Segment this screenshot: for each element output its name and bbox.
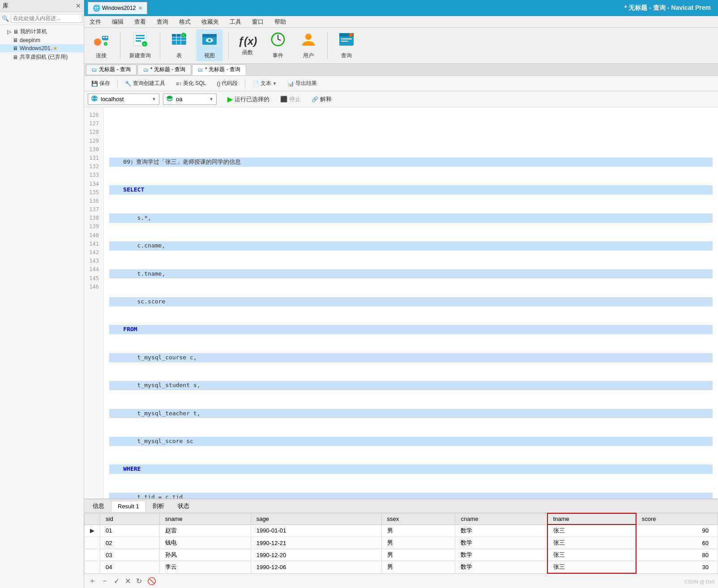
- query-icon: [338, 31, 355, 51]
- window-title: * 无标题 - 查询 - Navicat Prem: [624, 4, 714, 12]
- sidebar-item-label: 共享虚拟机 (已弃用): [20, 53, 68, 61]
- menu-query[interactable]: 查询: [151, 17, 174, 27]
- refresh-button[interactable]: ↻: [135, 576, 143, 586]
- result-tab-status[interactable]: 状态: [171, 500, 196, 512]
- query-tab-2[interactable]: 🗂 * 无标题 - 查询: [137, 64, 192, 75]
- explain-icon: 🔗: [312, 96, 318, 102]
- menu-format[interactable]: 格式: [174, 17, 196, 27]
- svg-line-26: [278, 39, 281, 40]
- menu-view[interactable]: 查看: [129, 17, 151, 27]
- sidebar-item-mycomputer[interactable]: ▷ 🖥 我的计算机: [0, 27, 84, 36]
- sidebar-item-deepinm[interactable]: 🖥 deepinm: [0, 36, 84, 44]
- menu-file[interactable]: 文件: [84, 17, 107, 27]
- user-button[interactable]: 用户: [295, 30, 322, 61]
- query-button[interactable]: 查询: [333, 30, 360, 61]
- result-tab-info[interactable]: 信息: [86, 500, 111, 512]
- new-query-button[interactable]: + 新建查询: [126, 30, 154, 61]
- code-line: WHERE: [109, 464, 713, 474]
- explain-button[interactable]: 🔗 解释: [308, 94, 335, 105]
- result-panel: 信息 Result 1 剖析 状态 sid sname sage ssex cn…: [84, 499, 718, 588]
- result-tab-profile[interactable]: 剖析: [146, 500, 171, 512]
- database-select[interactable]: oa ▼: [163, 94, 217, 105]
- beautify-button[interactable]: ≡↑ 美化 SQL: [172, 79, 209, 88]
- code-line: s.*,: [109, 213, 713, 223]
- menu-window[interactable]: 窗口: [247, 17, 269, 27]
- line-num: 134: [86, 180, 102, 188]
- svg-text:+: +: [182, 33, 184, 37]
- menu-tools[interactable]: 工具: [224, 17, 247, 27]
- result-table-wrap: sid sname sage ssex cname tname score ▶: [84, 513, 718, 574]
- line-num: 143: [86, 257, 102, 265]
- menu-favorites[interactable]: 收藏夹: [196, 17, 224, 27]
- table-button[interactable]: + 表: [166, 30, 192, 61]
- code-line: t_mysql_student s,: [109, 381, 713, 390]
- svg-point-36: [167, 96, 172, 98]
- beautify-label: 美化 SQL: [183, 80, 206, 87]
- menu-help[interactable]: 帮助: [269, 17, 291, 27]
- col-cname: cname: [455, 513, 547, 524]
- function-button[interactable]: ƒ(x) 函数: [234, 33, 261, 58]
- cell-score: 60: [636, 537, 718, 549]
- cell-tname: 张三: [547, 537, 636, 549]
- delete-row-button[interactable]: －: [100, 575, 109, 587]
- cell-sid: 03: [100, 549, 160, 561]
- code-area[interactable]: 09）查询学过「张三」老师授课的同学的信息 SELECT s.*, c.cnam…: [104, 107, 718, 499]
- svg-rect-7: [136, 35, 145, 36]
- sidebar-close-button[interactable]: ✕: [76, 2, 81, 9]
- stop-button[interactable]: ⬛ 停止: [277, 94, 304, 105]
- event-button[interactable]: 事件: [265, 30, 291, 61]
- code-snippet-label: 代码段: [222, 80, 238, 87]
- function-icon: ƒ(x): [238, 35, 257, 47]
- cell-sage: 1990-12-21: [251, 537, 381, 549]
- title-tab-windows2012[interactable]: 🌐 Windows2012 ✕: [88, 2, 147, 14]
- cell-tname: 张三: [547, 524, 636, 537]
- tab-close-button[interactable]: ✕: [138, 5, 142, 11]
- code-line: sc.score: [109, 297, 713, 307]
- query-tab-1[interactable]: 🗂 无标题 - 查询: [86, 64, 137, 75]
- db-bar: localhost ▼ oa ▼ ▶ 运行已选择的 ⬛ 停止: [84, 91, 718, 107]
- export-button[interactable]: 📊 导出结果: [284, 79, 321, 88]
- table-row: 03 孙风 1990-12-20 男 数学 张三 80: [85, 549, 718, 561]
- view-button[interactable]: 视图: [196, 30, 223, 61]
- query-tab-3[interactable]: 🗂 * 无标题 - 查询: [192, 64, 246, 75]
- menubar: 文件 编辑 查看 查询 格式 收藏夹 工具 窗口 帮助: [84, 16, 718, 28]
- line-num: 141: [86, 240, 102, 248]
- stop-load-button[interactable]: 🚫: [146, 576, 157, 586]
- line-num: 130: [86, 145, 102, 154]
- action-bar: 💾 保存 🔧 查询创建工具 ≡↑ 美化 SQL () 代码段 📄 文本 ▼: [84, 76, 718, 91]
- host-select[interactable]: localhost ▼: [88, 94, 159, 105]
- sidebar-item-shared-vm[interactable]: 🖥 共享虚拟机 (已弃用): [0, 52, 84, 62]
- code-snippet-button[interactable]: () 代码段: [213, 79, 241, 88]
- cell-cname: 数学: [455, 524, 547, 537]
- action-separator-2: [245, 79, 245, 88]
- sidebar-item-windows2012[interactable]: 🖥 Windows201. ★: [0, 44, 84, 52]
- result-tab-result1[interactable]: Result 1: [111, 501, 146, 512]
- line-num: 145: [86, 274, 102, 283]
- sidebar-search-input[interactable]: [11, 14, 82, 23]
- add-row-button[interactable]: ＋: [88, 575, 97, 587]
- result-table: sid sname sage ssex cname tname score ▶: [84, 513, 718, 574]
- svg-rect-3: [106, 37, 107, 38]
- run-selected-button[interactable]: ▶ 运行已选择的: [224, 94, 273, 105]
- menu-edit[interactable]: 编辑: [107, 17, 129, 27]
- cancel-row-button[interactable]: ✕: [124, 576, 132, 586]
- line-num: 129: [86, 137, 102, 145]
- svg-point-32: [349, 33, 353, 37]
- build-tool-button[interactable]: 🔧 查询创建工具: [121, 79, 169, 88]
- toolbar: + 连接 + 新建查询: [84, 28, 718, 64]
- result-footer: ＋ － ✓ ✕ ↻ 🚫: [84, 574, 718, 588]
- svg-rect-9: [136, 40, 141, 42]
- text-icon: 📄: [252, 81, 259, 87]
- text-button[interactable]: 📄 文本 ▼: [249, 79, 280, 88]
- server-icon: 🖥: [13, 54, 18, 60]
- cell-ssex: 男: [381, 561, 455, 574]
- cell-tname: 张三: [547, 549, 636, 561]
- sql-editor[interactable]: 126 127 128 129 130 131 132 133 134 135 …: [84, 107, 718, 499]
- connect-button[interactable]: + 连接: [88, 30, 115, 61]
- main-area: 🌐 Windows2012 ✕ * 无标题 - 查询 - Navicat Pre…: [84, 0, 718, 588]
- toolbar-separator: [120, 32, 120, 59]
- svg-point-0: [94, 38, 101, 46]
- svg-point-27: [305, 34, 312, 40]
- confirm-button[interactable]: ✓: [113, 576, 120, 586]
- save-button[interactable]: 💾 保存: [88, 79, 114, 88]
